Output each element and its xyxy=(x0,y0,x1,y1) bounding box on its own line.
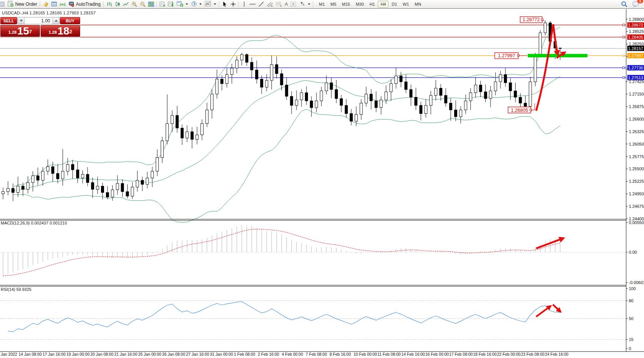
volume-increase-button[interactable] xyxy=(52,17,59,24)
svg-text:1.27997: 1.27997 xyxy=(498,53,515,58)
svg-text:E: E xyxy=(271,5,273,7)
arrows-tool-button[interactable] xyxy=(298,0,312,8)
bar-chart-mode-icon[interactable] xyxy=(105,0,114,8)
time-tick-label[interactable]: 11 Feb 08:00 xyxy=(377,352,401,356)
rsi-arrow-up[interactable] xyxy=(536,306,551,317)
candle-body xyxy=(106,193,109,197)
trendline-tool-icon[interactable] xyxy=(257,0,265,8)
macd-indicator-label: MACD(12,26,9) 0.002437 0.001210 xyxy=(1,221,67,225)
annotation-label[interactable]: 1.27997 xyxy=(495,53,519,59)
candle-body xyxy=(439,88,442,95)
buy-price-box[interactable]: 1.28 18 2 xyxy=(41,25,80,37)
timeframe-m30[interactable]: M30 xyxy=(353,1,366,8)
fibonacci-tool-icon[interactable]: F xyxy=(275,0,284,8)
time-tick-label[interactable]: 17 Jan 16:00 xyxy=(43,352,66,356)
candle-body xyxy=(270,64,273,80)
time-tick-label[interactable]: 22 Feb 00:00 xyxy=(497,352,521,356)
time-tick-label[interactable]: 24 Feb 16:00 xyxy=(545,352,568,356)
time-tick-label[interactable]: 19 Jan 00:00 xyxy=(66,352,90,356)
label-tool-icon[interactable]: T xyxy=(289,0,298,8)
annotation-label[interactable]: 1.26805 xyxy=(508,107,532,113)
timeframe-mn[interactable]: MN xyxy=(412,1,424,8)
candlestick-mode-icon[interactable] xyxy=(114,0,122,8)
rsi-arrow-down[interactable] xyxy=(553,305,560,312)
price-tick-label: 1.27150 xyxy=(629,92,644,96)
signals-icon[interactable] xyxy=(58,0,67,8)
text-tool-icon[interactable]: A xyxy=(284,0,289,8)
timeframe-d1[interactable]: D1 xyxy=(389,1,399,8)
time-tick-label[interactable]: 14 Jan 08:00 xyxy=(19,352,42,356)
timeframe-m5[interactable]: M5 xyxy=(328,1,339,8)
volume-decrease-button[interactable] xyxy=(18,17,25,24)
crosshair-icon[interactable] xyxy=(229,0,237,8)
indicators-button[interactable] xyxy=(203,0,218,8)
candle-body xyxy=(66,164,69,171)
annotation-label[interactable]: 1.28772 xyxy=(520,17,543,23)
time-tick-label[interactable]: 27 Jan 16:00 xyxy=(186,352,209,356)
cursor-icon[interactable] xyxy=(221,0,229,8)
time-tick-label[interactable]: 23 Feb 08:00 xyxy=(521,352,545,356)
time-tick-label[interactable]: 20 Jan 08:00 xyxy=(90,352,114,356)
zoom-out-icon[interactable] xyxy=(139,0,147,8)
new-order-icon xyxy=(8,1,14,8)
market-watch-icon[interactable] xyxy=(50,0,58,8)
candle-body xyxy=(181,128,183,138)
time-tick-label[interactable]: 2 Feb 16:00 xyxy=(258,352,279,356)
tile-windows-icon[interactable] xyxy=(147,0,155,8)
time-tick-label[interactable]: 14 Feb 16:00 xyxy=(401,352,425,356)
candle-body xyxy=(285,85,288,96)
timeframe-m1[interactable]: M1 xyxy=(316,1,327,8)
rsi-indicator-label: RSI(14) 59.9325 xyxy=(1,287,32,292)
time-axis: Jan 202214 Jan 08:0017 Jan 16:0019 Jan 0… xyxy=(1,352,568,356)
time-tick-label[interactable]: Jan 2022 xyxy=(1,352,17,356)
price-tick-label: 1.25775 xyxy=(629,154,644,159)
history-center-icon[interactable] xyxy=(42,0,50,8)
periods-button[interactable] xyxy=(189,0,203,8)
line-chart-mode-icon[interactable] xyxy=(122,0,130,8)
zoom-in-icon[interactable] xyxy=(130,0,139,8)
candle-body xyxy=(464,101,467,110)
time-tick-label[interactable]: 31 Jan 00:00 xyxy=(210,352,233,356)
search-icon[interactable] xyxy=(620,0,629,8)
price-tick-label: 1.28800 xyxy=(629,17,644,22)
timeframe-h1[interactable]: H1 xyxy=(367,1,377,8)
time-tick-label[interactable]: 26 Jan 08:00 xyxy=(162,352,185,356)
autotrading-button[interactable]: AutoTrading xyxy=(67,0,102,8)
candle-body xyxy=(131,187,134,196)
chart-shift-icon[interactable] xyxy=(167,0,175,8)
sell-price-box[interactable]: 1.28 15 7 xyxy=(0,25,40,37)
vertical-line-tool-icon[interactable] xyxy=(240,0,248,8)
timeframe-m15[interactable]: M15 xyxy=(339,1,353,8)
candle-body xyxy=(216,79,218,94)
price-tick-label: 1.28525 xyxy=(629,29,644,34)
time-tick-label[interactable]: 1 Feb 08:00 xyxy=(234,352,255,356)
candle-body xyxy=(415,97,417,105)
rsi-axis-label: 0 xyxy=(629,346,631,351)
time-tick-label[interactable]: 18 Feb 16:00 xyxy=(473,352,497,356)
sell-button[interactable]: SELL xyxy=(0,17,17,24)
buy-button[interactable]: BUY xyxy=(60,17,80,24)
candle-body xyxy=(340,99,343,105)
time-tick-label[interactable]: 21 Jan 16:00 xyxy=(114,352,137,356)
notifications-icon[interactable]: 1 xyxy=(631,0,641,8)
time-tick-label[interactable]: 25 Jan 00:00 xyxy=(138,352,161,356)
chart-surface[interactable]: 1.287721.279971.268051.244001.246751.249… xyxy=(0,0,644,358)
new-chart-button[interactable] xyxy=(175,0,189,8)
auto-scroll-icon[interactable] xyxy=(158,0,167,8)
time-tick-label[interactable]: 8 Feb 16:00 xyxy=(330,352,351,356)
timeframe-w1[interactable]: W1 xyxy=(400,1,412,8)
timeframe-h4[interactable]: H4 xyxy=(378,1,388,8)
time-tick-label[interactable]: 16 Feb 00:00 xyxy=(425,352,449,356)
time-tick-label[interactable]: 7 Feb 08:00 xyxy=(306,352,327,356)
bollinger-lower xyxy=(13,109,560,222)
channel-tool-icon[interactable]: E xyxy=(265,0,275,8)
time-tick-label[interactable]: 10 Feb 00:00 xyxy=(354,352,377,356)
candle-body xyxy=(235,60,238,68)
time-tick-label[interactable]: 17 Feb 08:00 xyxy=(449,352,473,356)
horizontal-line-tool-icon[interactable] xyxy=(248,0,257,8)
candle-body xyxy=(151,171,154,178)
new-order-button[interactable]: New Order xyxy=(6,0,39,8)
separator xyxy=(103,1,104,8)
time-tick-label[interactable]: 4 Feb 00:00 xyxy=(282,352,303,356)
volume-field[interactable]: 1.00 xyxy=(25,17,52,24)
